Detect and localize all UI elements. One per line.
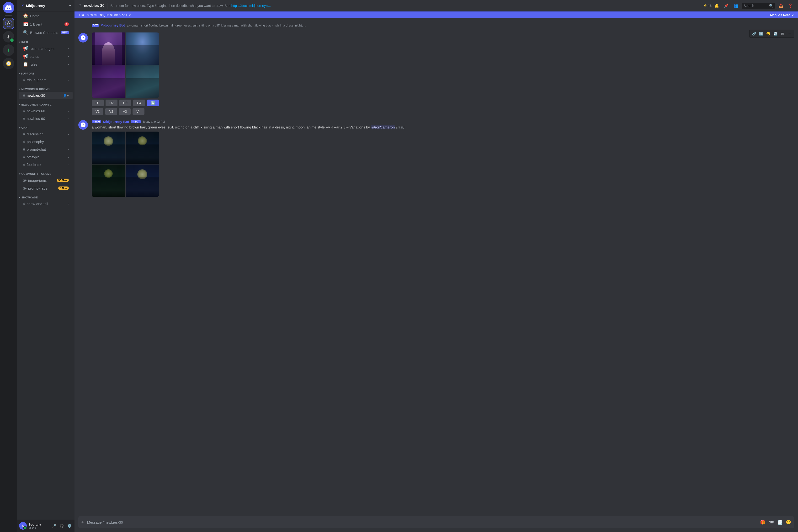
- sidebar-item-browse[interactable]: 🔍 Browse Channels NEW: [19, 28, 73, 37]
- channel-newbies-90[interactable]: # newbies-90 ›: [19, 115, 73, 122]
- image-portrait-4: [126, 65, 159, 98]
- hash-icon-newbies90: #: [23, 116, 25, 121]
- sidebar-item-events[interactable]: 📅 1 Event 1: [19, 20, 73, 28]
- discord-server-icon[interactable]: [3, 2, 14, 13]
- hash-icon-newbies30: #: [23, 93, 25, 98]
- u3-button[interactable]: U3: [119, 99, 131, 106]
- header-divider: [107, 3, 108, 8]
- channel-newbies-60[interactable]: # newbies-60 ›: [19, 107, 73, 115]
- channel-recent-changes[interactable]: 📢 recent-changes ›: [19, 45, 73, 52]
- channel-status[interactable]: 📢 status ›: [19, 53, 73, 60]
- server-list: + 🧭: [0, 0, 17, 532]
- v3-button[interactable]: V3: [119, 108, 131, 115]
- chevron-right-icon-8: ›: [68, 140, 69, 143]
- message-input-field[interactable]: [87, 517, 757, 527]
- channel-discussion-label: discussion: [27, 132, 43, 136]
- inbox-icon[interactable]: 📥: [777, 2, 785, 10]
- v1-button[interactable]: V1: [92, 108, 103, 115]
- channel-rules[interactable]: 📋 rules ›: [19, 60, 73, 68]
- section-chat[interactable]: ▾ CHAT: [17, 122, 75, 130]
- preview-text: a woman, short flowing brown hair, green…: [127, 24, 794, 27]
- action-buttons-row-1: U1 U2 U3 U4 🔄: [92, 99, 794, 106]
- main-content: # newbies-30 Bot room for new users. Typ…: [75, 0, 798, 532]
- mention[interactable]: @ron'cameron: [371, 125, 395, 129]
- midjourney-server-icon[interactable]: [3, 18, 14, 29]
- mark-as-read-button[interactable]: Mark As Read ✓: [770, 13, 794, 17]
- members-list-icon[interactable]: 👥: [732, 2, 740, 10]
- add-file-button[interactable]: +: [80, 516, 85, 528]
- channel-show-and-tell[interactable]: # show-and-tell ›: [19, 200, 73, 208]
- channel-feedback[interactable]: # feedback ›: [19, 161, 73, 168]
- section-showcase[interactable]: ▾ SHOWCASE: [17, 192, 75, 200]
- channel-status-label: status: [30, 54, 39, 58]
- channel-prompt-chat[interactable]: # prompt-chat ›: [19, 146, 73, 153]
- help-icon[interactable]: ❓: [786, 2, 794, 10]
- section-support[interactable]: › SUPPORT: [17, 68, 75, 76]
- link-icon[interactable]: 🔗: [750, 30, 757, 37]
- events-badge: 1: [64, 22, 69, 26]
- channel-prompt-faqs[interactable]: ◉ prompt-faqs 3 New: [19, 184, 73, 192]
- hash-icon-off-topic: #: [23, 154, 25, 159]
- channel-newbies-30[interactable]: # newbies-30 👤+: [19, 92, 73, 99]
- emoji-react-icon[interactable]: 😀: [765, 30, 772, 37]
- section-newcomer-rooms[interactable]: ▾ NEWCOMER ROOMS: [17, 84, 75, 92]
- channel-rules-label: rules: [30, 62, 37, 66]
- new-messages-banner[interactable]: 110+ new messages since 8:58 PM Mark As …: [75, 12, 798, 18]
- chevron-right-icon-10: ›: [68, 156, 69, 158]
- messages-area[interactable]: BOT Midjourney Bot a woman, short flowin…: [75, 18, 798, 516]
- channel-image-jams[interactable]: ◉ image-jams 50 New: [19, 176, 73, 184]
- notification-icon[interactable]: 🔔: [713, 2, 721, 10]
- explore-icon[interactable]: 🧭: [3, 58, 14, 69]
- sidebar-item-home[interactable]: 🏠 Home: [19, 12, 73, 20]
- message-content-2: ✓ BOT Midjourney Bot ✓ BOT Today at 9:02…: [92, 120, 794, 197]
- section-showcase-arrow: ▾: [19, 196, 21, 199]
- search-box[interactable]: Search 🔍: [742, 3, 775, 8]
- channel-show-and-tell-label: show-and-tell: [27, 202, 48, 206]
- headphones-btn[interactable]: 🎧: [58, 522, 65, 529]
- v2-button[interactable]: V2: [105, 108, 117, 115]
- prompt-faqs-badge: 3 New: [58, 187, 69, 190]
- refresh-button[interactable]: 🔄: [147, 99, 159, 106]
- gif-button[interactable]: GIF: [767, 518, 775, 526]
- more-icon[interactable]: ···: [786, 30, 793, 37]
- message-group-1: U1 U2 U3 U4 🔄 V1 V2 V3 V4 🔗 ⬆️ 😀 ↩️: [75, 28, 798, 116]
- bot-avatar-2: [78, 120, 88, 130]
- member-count[interactable]: ⚡ 16: [703, 2, 711, 10]
- emoji-icon[interactable]: 😊: [785, 518, 792, 526]
- gift-icon[interactable]: 🎁: [759, 518, 766, 526]
- sidebar: ✓ Midjourney ▾ 🏠 Home 📅 1 Event 1 🔍 Brow…: [17, 0, 75, 532]
- reply-icon[interactable]: ↩️: [772, 30, 779, 37]
- channel-image-jams-label: image-jams: [28, 178, 47, 183]
- v4-button[interactable]: V4: [133, 108, 144, 115]
- doc-link[interactable]: https://docs.midjourney.c...: [231, 4, 271, 8]
- channel-philosophy[interactable]: # philosophy ›: [19, 138, 73, 146]
- pin-icon[interactable]: 📌: [723, 2, 730, 10]
- server-header[interactable]: ✓ Midjourney ▾: [17, 0, 75, 12]
- channel-off-topic[interactable]: # off-topic ›: [19, 153, 73, 161]
- boat-server-icon[interactable]: [3, 31, 14, 42]
- u2-button[interactable]: U2: [106, 99, 117, 106]
- add-server-icon[interactable]: +: [3, 44, 14, 56]
- image-grid-2: [92, 132, 159, 197]
- u1-button[interactable]: U1: [92, 99, 103, 106]
- section-chat-arrow: ▾: [19, 127, 21, 129]
- settings-btn[interactable]: ⚙️: [66, 522, 73, 529]
- sticker-icon[interactable]: 🗒️: [776, 518, 784, 526]
- check-icon: ✓: [792, 13, 794, 17]
- browse-new-badge: NEW: [61, 31, 69, 34]
- channel-discussion[interactable]: # discussion ›: [19, 130, 73, 138]
- user-controls: 🎤 🎧 ⚙️: [51, 522, 73, 529]
- section-newcomer-rooms-2[interactable]: › NEWCOMER ROOMS 2: [17, 99, 75, 107]
- image-portrait-3: [92, 65, 125, 98]
- sidebar-content: 🏠 Home 📅 1 Event 1 🔍 Browse Channels NEW…: [17, 12, 75, 519]
- section-info[interactable]: ▾ INFO: [17, 37, 75, 44]
- apps-icon[interactable]: ⊞: [779, 30, 786, 37]
- image-night-1: [92, 132, 125, 164]
- microphone-btn[interactable]: 🎤: [51, 522, 57, 529]
- channel-newbies-60-label: newbies-60: [27, 109, 45, 113]
- expand-icon[interactable]: ⬆️: [758, 30, 764, 37]
- u4-button[interactable]: U4: [133, 99, 145, 106]
- section-community-forums[interactable]: ▾ COMMUNITY FORUMS: [17, 169, 75, 176]
- channel-trial-support[interactable]: # trial-support ›: [19, 76, 73, 83]
- chevron-right-icon-9: ›: [68, 148, 69, 151]
